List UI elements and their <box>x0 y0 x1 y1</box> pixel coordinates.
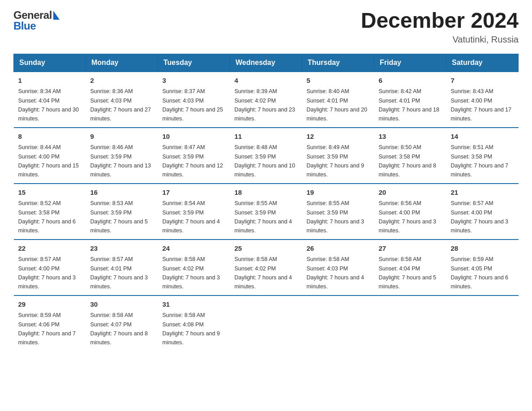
calendar-header-row: SundayMondayTuesdayWednesdayThursdayFrid… <box>14 54 519 72</box>
calendar-day-cell: 8Sunrise: 8:44 AMSunset: 4:00 PMDaylight… <box>14 128 86 184</box>
day-number: 23 <box>90 244 154 254</box>
calendar-week-row: 15Sunrise: 8:52 AMSunset: 3:58 PMDayligh… <box>14 184 519 240</box>
calendar-day-cell: 4Sunrise: 8:39 AMSunset: 4:02 PMDaylight… <box>230 72 302 128</box>
day-number: 9 <box>90 132 154 142</box>
calendar-day-cell <box>302 295 374 351</box>
day-info: Sunrise: 8:47 AMSunset: 3:59 PMDaylight:… <box>163 144 223 178</box>
calendar-day-cell: 17Sunrise: 8:54 AMSunset: 3:59 PMDayligh… <box>158 184 230 240</box>
day-info: Sunrise: 8:49 AMSunset: 3:59 PMDaylight:… <box>307 144 365 178</box>
day-number: 19 <box>307 188 370 198</box>
day-number: 25 <box>235 244 298 254</box>
calendar-day-cell <box>230 295 302 351</box>
calendar-day-header: Monday <box>86 54 158 72</box>
day-number: 15 <box>18 188 82 198</box>
day-number: 21 <box>451 188 514 198</box>
calendar-day-cell: 31Sunrise: 8:58 AMSunset: 4:08 PMDayligh… <box>158 295 230 351</box>
calendar-day-cell: 23Sunrise: 8:57 AMSunset: 4:01 PMDayligh… <box>86 240 158 295</box>
day-number: 12 <box>307 132 370 142</box>
day-info: Sunrise: 8:58 AMSunset: 4:02 PMDaylight:… <box>163 256 220 290</box>
day-number: 28 <box>451 244 514 254</box>
calendar-day-cell: 5Sunrise: 8:40 AMSunset: 4:01 PMDaylight… <box>302 72 374 128</box>
day-info: Sunrise: 8:59 AMSunset: 4:06 PMDaylight:… <box>18 312 76 346</box>
day-info: Sunrise: 8:58 AMSunset: 4:04 PMDaylight:… <box>379 256 437 290</box>
day-number: 2 <box>90 76 154 86</box>
calendar-day-cell: 25Sunrise: 8:58 AMSunset: 4:02 PMDayligh… <box>230 240 302 295</box>
day-info: Sunrise: 8:58 AMSunset: 4:03 PMDaylight:… <box>307 256 365 290</box>
calendar-day-cell: 12Sunrise: 8:49 AMSunset: 3:59 PMDayligh… <box>302 128 374 184</box>
day-number: 27 <box>379 244 442 254</box>
calendar-day-cell <box>446 295 519 351</box>
logo: General Blue <box>13 9 60 32</box>
day-info: Sunrise: 8:37 AMSunset: 4:03 PMDaylight:… <box>163 88 223 122</box>
calendar-day-cell: 2Sunrise: 8:36 AMSunset: 4:03 PMDaylight… <box>86 72 158 128</box>
calendar-week-row: 22Sunrise: 8:57 AMSunset: 4:00 PMDayligh… <box>14 240 519 295</box>
location-title: Vatutinki, Russia <box>361 34 519 45</box>
calendar-day-header: Sunday <box>14 54 86 72</box>
day-number: 5 <box>307 76 370 86</box>
day-number: 24 <box>163 244 226 254</box>
day-info: Sunrise: 8:57 AMSunset: 4:00 PMDaylight:… <box>451 200 509 234</box>
calendar-day-cell: 26Sunrise: 8:58 AMSunset: 4:03 PMDayligh… <box>302 240 374 295</box>
calendar-day-cell: 27Sunrise: 8:58 AMSunset: 4:04 PMDayligh… <box>374 240 446 295</box>
calendar-day-header: Saturday <box>446 54 519 72</box>
calendar-day-header: Tuesday <box>158 54 230 72</box>
day-info: Sunrise: 8:52 AMSunset: 3:58 PMDaylight:… <box>18 200 76 234</box>
day-number: 11 <box>235 132 298 142</box>
day-info: Sunrise: 8:51 AMSunset: 3:58 PMDaylight:… <box>451 144 509 178</box>
day-info: Sunrise: 8:39 AMSunset: 4:02 PMDaylight:… <box>235 88 296 122</box>
day-info: Sunrise: 8:56 AMSunset: 4:00 PMDaylight:… <box>379 200 437 234</box>
calendar-day-header: Friday <box>374 54 446 72</box>
calendar-day-cell: 22Sunrise: 8:57 AMSunset: 4:00 PMDayligh… <box>14 240 86 295</box>
calendar-day-header: Thursday <box>302 54 374 72</box>
day-info: Sunrise: 8:54 AMSunset: 3:59 PMDaylight:… <box>163 200 220 234</box>
calendar-day-cell: 11Sunrise: 8:48 AMSunset: 3:59 PMDayligh… <box>230 128 302 184</box>
day-info: Sunrise: 8:43 AMSunset: 4:00 PMDaylight:… <box>451 88 512 122</box>
day-number: 17 <box>163 188 226 198</box>
day-number: 4 <box>235 76 298 86</box>
month-title: December 2024 <box>361 9 519 33</box>
calendar-day-cell: 9Sunrise: 8:46 AMSunset: 3:59 PMDaylight… <box>86 128 158 184</box>
day-number: 3 <box>163 76 226 86</box>
calendar-week-row: 8Sunrise: 8:44 AMSunset: 4:00 PMDaylight… <box>14 128 519 184</box>
day-number: 31 <box>163 300 226 310</box>
day-number: 26 <box>307 244 370 254</box>
day-info: Sunrise: 8:34 AMSunset: 4:04 PMDaylight:… <box>18 88 79 122</box>
calendar-day-cell: 7Sunrise: 8:43 AMSunset: 4:00 PMDaylight… <box>446 72 519 128</box>
day-number: 30 <box>90 300 154 310</box>
day-number: 7 <box>451 76 514 86</box>
calendar-day-cell: 14Sunrise: 8:51 AMSunset: 3:58 PMDayligh… <box>446 128 519 184</box>
calendar-day-cell: 24Sunrise: 8:58 AMSunset: 4:02 PMDayligh… <box>158 240 230 295</box>
day-info: Sunrise: 8:50 AMSunset: 3:58 PMDaylight:… <box>379 144 437 178</box>
day-info: Sunrise: 8:40 AMSunset: 4:01 PMDaylight:… <box>307 88 368 122</box>
calendar-day-cell: 3Sunrise: 8:37 AMSunset: 4:03 PMDaylight… <box>158 72 230 128</box>
calendar-day-cell: 16Sunrise: 8:53 AMSunset: 3:59 PMDayligh… <box>86 184 158 240</box>
calendar-day-cell: 18Sunrise: 8:55 AMSunset: 3:59 PMDayligh… <box>230 184 302 240</box>
day-info: Sunrise: 8:57 AMSunset: 4:01 PMDaylight:… <box>90 256 148 290</box>
day-info: Sunrise: 8:55 AMSunset: 3:59 PMDaylight:… <box>307 200 365 234</box>
day-info: Sunrise: 8:48 AMSunset: 3:59 PMDaylight:… <box>235 144 296 178</box>
calendar-day-cell: 15Sunrise: 8:52 AMSunset: 3:58 PMDayligh… <box>14 184 86 240</box>
day-number: 29 <box>18 300 82 310</box>
day-info: Sunrise: 8:58 AMSunset: 4:08 PMDaylight:… <box>163 312 220 346</box>
logo-blue-text: Blue <box>13 20 36 32</box>
calendar-day-cell: 21Sunrise: 8:57 AMSunset: 4:00 PMDayligh… <box>446 184 519 240</box>
calendar-day-cell: 20Sunrise: 8:56 AMSunset: 4:00 PMDayligh… <box>374 184 446 240</box>
calendar-week-row: 1Sunrise: 8:34 AMSunset: 4:04 PMDaylight… <box>14 72 519 128</box>
day-info: Sunrise: 8:36 AMSunset: 4:03 PMDaylight:… <box>90 88 151 122</box>
day-info: Sunrise: 8:44 AMSunset: 4:00 PMDaylight:… <box>18 144 79 178</box>
title-area: December 2024 Vatutinki, Russia <box>361 9 519 45</box>
day-info: Sunrise: 8:55 AMSunset: 3:59 PMDaylight:… <box>235 200 292 234</box>
calendar-day-cell: 6Sunrise: 8:42 AMSunset: 4:01 PMDaylight… <box>374 72 446 128</box>
logo-triangle-icon <box>53 11 60 20</box>
day-number: 16 <box>90 188 154 198</box>
day-number: 18 <box>235 188 298 198</box>
day-number: 20 <box>379 188 442 198</box>
calendar-day-cell: 19Sunrise: 8:55 AMSunset: 3:59 PMDayligh… <box>302 184 374 240</box>
page-header: General Blue December 2024 Vatutinki, Ru… <box>13 9 519 45</box>
calendar-day-header: Wednesday <box>230 54 302 72</box>
calendar-day-cell: 30Sunrise: 8:58 AMSunset: 4:07 PMDayligh… <box>86 295 158 351</box>
day-number: 8 <box>18 132 82 142</box>
calendar-day-cell: 29Sunrise: 8:59 AMSunset: 4:06 PMDayligh… <box>14 295 86 351</box>
day-info: Sunrise: 8:53 AMSunset: 3:59 PMDaylight:… <box>90 200 148 234</box>
day-info: Sunrise: 8:59 AMSunset: 4:05 PMDaylight:… <box>451 256 509 290</box>
